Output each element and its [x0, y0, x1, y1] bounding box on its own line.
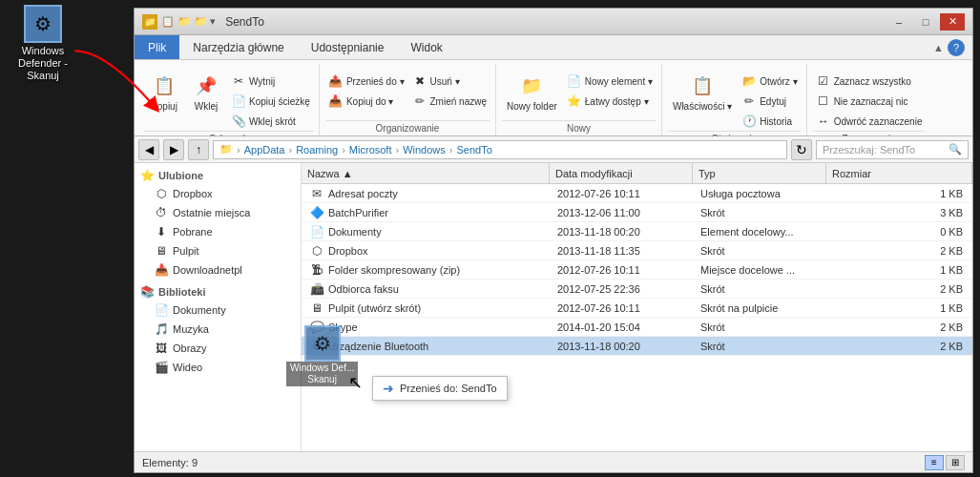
- desktop-icon-windows-defender[interactable]: ⚙ Windows Defender - Skanuj: [5, 5, 81, 83]
- otworz-button[interactable]: 📂 Otwórz ▾: [739, 72, 800, 91]
- kopiuj-sciezke-button[interactable]: 📄 Kopiuj ścieżkę: [228, 92, 313, 111]
- libraries-header[interactable]: 📚 Biblioteki: [135, 283, 301, 301]
- table-row[interactable]: 🗜 Folder skompresowany (zip) 2012-07-26 …: [302, 260, 972, 280]
- address-roaming[interactable]: Roaming: [296, 144, 338, 156]
- file-name-bluetooth: ⚙ Urządzenie Bluetooth: [303, 339, 552, 354]
- tab-narzedzia[interactable]: Narzędzia główne: [179, 35, 297, 59]
- ostatnie-label: Ostatnie miejsca: [173, 207, 250, 218]
- usun-label: Usuń ▾: [430, 76, 460, 87]
- table-row[interactable]: 🔷 BatchPurifier 2013-12-06 11:00 Skrót 3…: [302, 203, 972, 222]
- col-header-size[interactable]: Rozmiar: [826, 163, 972, 183]
- tab-plik[interactable]: Plik: [135, 35, 179, 59]
- latwy-dostep-button[interactable]: ⭐ Łatwy dostęp ▾: [564, 92, 656, 111]
- view-details-button[interactable]: ≡: [925, 455, 944, 470]
- refresh-button[interactable]: ↻: [791, 139, 812, 160]
- table-row[interactable]: 📄 Dokumenty 2013-11-18 00:20 Element doc…: [302, 222, 972, 241]
- help-button[interactable]: ?: [948, 39, 965, 56]
- przenies-do-button[interactable]: 📤 Przenieś do ▾: [325, 72, 407, 91]
- usun-button[interactable]: ✖ Usuń ▾: [409, 72, 490, 91]
- kopiuj-sciezke-icon: 📄: [231, 93, 246, 109]
- kopiuj-button[interactable]: 📋 Kopiuj: [144, 68, 184, 115]
- file-date-pulpit: 2012-07-26 10:11: [552, 302, 695, 314]
- search-box[interactable]: Przeszukaj: SendTo 🔍: [816, 140, 969, 159]
- nowy-folder-button[interactable]: 📁 Nowy folder: [502, 68, 562, 115]
- back-button[interactable]: ◀: [138, 139, 159, 160]
- favorites-header[interactable]: ⭐ Ulubione: [135, 167, 301, 184]
- zaznacz-wszystko-row: ☑ Zaznacz wszystko: [816, 73, 911, 89]
- file-size-skype: 2 KB: [828, 321, 970, 333]
- title-bar-icon: 📁: [142, 14, 157, 30]
- address-appdata[interactable]: AppData: [244, 144, 285, 156]
- wlasciwosci-button[interactable]: 📋 Właściwości ▾: [668, 68, 737, 115]
- col-header-date[interactable]: Data modyfikacji: [550, 163, 693, 183]
- drag-arrow-icon: ➜: [383, 381, 394, 396]
- wklej-skrot-button[interactable]: 📎 Wklej skrót: [228, 112, 313, 131]
- drag-tooltip: ➜ Przenieś do: SendTo: [372, 376, 508, 401]
- file-type-zip: Miejsce docelowe ...: [695, 264, 828, 276]
- pobrane-icon: ⬇: [154, 224, 169, 239]
- file-name-odbiorca: 📠 Odbiorca faksu: [303, 281, 552, 297]
- sidebar-item-wideo[interactable]: 🎬 Wideo: [135, 358, 301, 377]
- sidebar-item-pobrane[interactable]: ⬇ Pobrane: [135, 222, 301, 241]
- table-row[interactable]: 📠 Odbiorca faksu 2012-07-25 22:36 Skrót …: [302, 280, 972, 299]
- tab-widok[interactable]: Widok: [397, 35, 455, 59]
- close-button[interactable]: ✕: [940, 13, 965, 31]
- table-row[interactable]: 💬 Skype 2014-01-20 15:04 Skrót 2 KB: [302, 318, 972, 337]
- table-row[interactable]: 🖥 Pulpit (utwórz skrót) 2012-07-26 10:11…: [302, 299, 972, 318]
- pobrane-label: Pobrane: [173, 226, 213, 238]
- search-icon: 🔍: [949, 143, 962, 156]
- col-header-type[interactable]: Typ: [693, 163, 826, 183]
- sidebar-item-pulpit[interactable]: 🖥 Pulpit: [135, 241, 301, 260]
- kopiuj-icon: 📋: [149, 71, 179, 101]
- view-tiles-button[interactable]: ⊞: [946, 455, 965, 470]
- address-sendto[interactable]: SendTo: [456, 144, 491, 156]
- sidebar-item-muzyka[interactable]: 🎵 Muzyka: [135, 320, 301, 339]
- przenies-icon: 📤: [328, 73, 344, 89]
- table-row[interactable]: ⬡ Dropbox 2013-11-18 11:35 Skrót 2 KB: [302, 241, 972, 260]
- zmien-nazwe-button[interactable]: ✏ Zmień nazwę: [409, 92, 490, 111]
- table-row[interactable]: ⚙ Urządzenie Bluetooth 2013-11-18 00:20 …: [302, 337, 972, 356]
- forward-button[interactable]: ▶: [163, 139, 184, 160]
- col-header-name[interactable]: Nazwa ▲: [302, 163, 550, 183]
- kopiuj-do-row: 📥 Kopiuj do ▾: [328, 93, 393, 109]
- folder-zip-icon: 🗜: [309, 262, 324, 278]
- up-button[interactable]: ↑: [188, 139, 209, 160]
- downloadnetpl-icon: 📥: [154, 262, 169, 278]
- zaznacz-wszystko-label: Zaznacz wszystko: [834, 76, 911, 87]
- sidebar-item-obrazy[interactable]: 🖼 Obrazy: [135, 339, 301, 358]
- address-microsoft[interactable]: Microsoft: [349, 144, 392, 156]
- maximize-button[interactable]: □: [913, 13, 938, 31]
- muzyka-icon: 🎵: [154, 321, 169, 337]
- historia-button[interactable]: 🕐 Historia: [739, 112, 800, 131]
- obrazy-label: Obrazy: [173, 342, 206, 354]
- minimize-button[interactable]: –: [886, 13, 911, 31]
- organizowanie-group-label: Organizowanie: [325, 120, 490, 135]
- sidebar-item-dokumenty[interactable]: 📄 Dokumenty: [135, 301, 301, 320]
- odwroc-zaznaczenie-button[interactable]: ↔ Odwróć zaznaczenie: [813, 112, 926, 131]
- ribbon-group-otwieranie: 📋 Właściwości ▾ 📂 Otwórz ▾ ✏ Edytuj: [662, 64, 807, 135]
- tab-udostepnianie[interactable]: Udostępnianie: [298, 35, 398, 59]
- drag-tooltip-text: Przenieś do: SendTo: [400, 383, 497, 394]
- edytuj-button[interactable]: ✏ Edytuj: [739, 92, 800, 111]
- wytnij-button[interactable]: ✂ Wytnij: [228, 72, 313, 91]
- table-row[interactable]: ✉ Adresat poczty 2012-07-26 10:11 Usługa…: [302, 184, 972, 203]
- status-bar: Elementy: 9 ≡ ⊞: [135, 451, 972, 472]
- przenies-row: 📤 Przenieś do ▾: [328, 73, 405, 89]
- address-box[interactable]: 📁 › AppData › Roaming › Microsoft › Wind…: [213, 140, 787, 159]
- kopiuj-do-button[interactable]: 📥 Kopiuj do ▾: [325, 92, 407, 111]
- historia-row: 🕐 Historia: [741, 114, 792, 129]
- address-windows[interactable]: Windows: [403, 144, 446, 156]
- zaznacz-wszystko-button[interactable]: ☑ Zaznacz wszystko: [813, 72, 926, 91]
- nowy-element-label: Nowy element ▾: [585, 76, 653, 87]
- favorites-label: Ulubione: [158, 170, 203, 181]
- file-name-dropbox: ⬡ Dropbox: [303, 243, 552, 259]
- sidebar-item-dropbox[interactable]: ⬡ Dropbox: [135, 184, 301, 203]
- sidebar-item-downloadnetpl[interactable]: 📥 Downloadnetpl: [135, 260, 301, 280]
- sidebar-item-ostatnie[interactable]: ⏱ Ostatnie miejsca: [135, 203, 301, 222]
- file-date-adresat: 2012-07-26 10:11: [552, 188, 695, 199]
- defender-icon: ⚙: [34, 12, 52, 35]
- nowy-element-button[interactable]: 📄 Nowy element ▾: [564, 72, 656, 91]
- wklej-skrot-icon: 📎: [231, 114, 246, 129]
- nie-zaznaczaj-button[interactable]: ☐ Nie zaznaczaj nic: [813, 92, 926, 111]
- wklej-button[interactable]: 📌 Wklej: [186, 68, 226, 115]
